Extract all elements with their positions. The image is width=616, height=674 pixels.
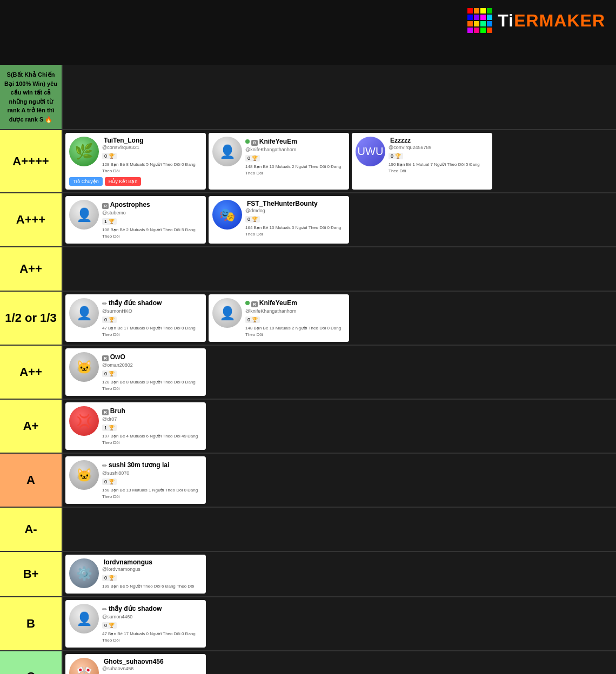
player-avatar: 👤 [212,137,242,166]
player-handle: @consVirque321 [102,145,202,150]
player-handle: @sushi8070 [102,470,202,476]
player-name: KnifeYeuEm [259,138,297,145]
online-dot [245,139,250,144]
player-badge: ✏ [102,604,107,614]
player-score: 0 🏆 [102,370,117,377]
tier-row-bp: B+⚙️lordvnamongus@lordvnamongus0 🏆199 Bạ… [0,551,616,597]
player-name: Bruh [110,407,125,415]
player-stats: 108 Bạn Bè 2 Mutuals 9 Người Theo Dõi 5 … [102,227,202,240]
logo-text: TiERMAKER [498,11,605,31]
player-name: Ezzzzz [390,137,411,144]
tier-label-am: A- [0,507,62,551]
player-badge: ✏ [102,460,107,470]
tier-row-am: A- [0,507,616,551]
player-avatar: 🌿 [69,137,99,166]
player-handle: @stubemo [102,210,202,215]
player-stats: 148 Bạn Bè 10 Mutuals 2 Người Theo Dõi 0… [245,325,345,338]
player-handle: @dmdog [245,208,345,213]
player-avatar: 💢 [69,406,99,436]
tier-content-bp: ⚙️lordvnamongus@lordvnamongus0 🏆199 Bạn … [62,551,616,597]
tier-content-s [62,65,616,130]
player-stats: 158 Bạn Bè 13 Mutuals 1 Người Theo Dõi 0… [102,487,202,500]
player-avatar: ⚙️ [69,558,99,588]
player-handle: @suhaovn456 [102,666,202,671]
player-stats: 164 Bạn Bè 10 Mutuals 0 Người Theo Dõi 0… [245,225,345,238]
player-handle: @knifeKhangathanhom [245,308,345,314]
player-score: 0 🏆 [245,316,260,323]
player-score: 0 🏆 [245,216,260,223]
player-handle: @knifeKhangathanhom [245,147,345,152]
player-avatar: 👤 [69,298,99,328]
player-handle: @conVirqu2456789 [389,145,488,150]
tier-row-app2: A++🐱ROwO@oman208020 🏆128 Bạn Bè 8 Mutual… [0,345,616,399]
player-name: Apostrophes [110,201,150,208]
player-avatar: 👤 [69,200,99,230]
player-handle: @dr07 [102,416,202,422]
player-card: 👤RKnifeYeuEm@knifeKhangathanhom0 🏆148 Bạ… [209,133,349,190]
tier-content-a: 🐱✏sushi 30m tương lai@sushi80700 🏆158 Bạ… [62,453,616,507]
player-name: Ghots_suhaovn456 [104,658,164,665]
player-stats: 190 Bạn Bè 1 Mutual 7 Người Theo Dõi 5 Đ… [389,161,488,174]
tier-label-s: S(Bất Khả Chiến Bại 100% Win) yêu cầu wi… [0,65,62,130]
player-score: 0 🏆 [245,155,260,161]
tier-row-a: A🐱✏sushi 30m tương lai@sushi80700 🏆158 B… [0,453,616,507]
player-stats: 128 Bạn Bè 8 Mutuals 3 Người Theo Dõi 0 … [102,379,202,392]
player-score: 1 🏆 [102,424,117,431]
tier-label-b: B [0,597,62,651]
player-name: TuiTen_Long [104,137,144,144]
tier-row-half: 1/2 or 1/3👤✏thầy đức shadow@sumonHKO0 🏆4… [0,291,616,345]
tier-row-c: C🎌Ghots_suhaovn456@suhaovn4560 🏆29 Bạn B… [0,651,616,674]
tier-content-app [62,247,616,291]
player-score: 0 🏆 [102,316,117,323]
player-handle: @oman20802 [102,362,202,368]
tier-row-ap: A+💢RBruh@dr071 🏆197 Bạn Bè 4 Mutuals 6 N… [0,399,616,453]
tier-table: S(Bất Khả Chiến Bại 100% Win) yêu cầu wi… [0,65,616,674]
tier-label-ap: A+ [0,399,62,453]
player-card: 🐱ROwO@oman208020 🏆128 Bạn Bè 8 Mutuals 3… [65,348,206,396]
player-card: 👤RApostrophes@stubemo1 🏆108 Bạn Bè 2 Mut… [65,196,206,244]
tier-label-app2: A++ [0,345,62,399]
logo-grid [467,8,492,33]
player-badge: R [102,406,109,416]
player-badge: ✏ [102,298,107,308]
player-name: lordvnamongus [104,558,152,566]
player-card: UWUEzzzzz@conVirqu24567890 🏆190 Bạn Bè 1… [352,133,492,190]
player-score: 1 🏆 [102,218,117,225]
tier-row-app: A++ [0,247,616,291]
tier-label-c: C [0,651,62,674]
player-avatar: 👤 [69,604,99,633]
tier-content-c: 🎌Ghots_suhaovn456@suhaovn4560 🏆29 Bạn Bè… [62,651,616,674]
player-stats: 128 Bạn Bè 8 Mutuals 5 Người Theo Dõi 0 … [102,161,202,174]
player-avatar: 🐱 [69,352,99,382]
unfriend-button[interactable]: Hủy Kết Bạn [105,177,142,186]
tier-row-appp: A+++👤RApostrophes@stubemo1 🏆108 Bạn Bè 2… [0,193,616,247]
online-dot [245,301,250,305]
player-avatar: 🎭 [212,200,242,230]
player-name: OwO [110,353,125,361]
player-card: 💢RBruh@dr071 🏆197 Bạn Bè 4 Mutuals 6 Ngư… [65,402,206,450]
player-score: 0 🏆 [389,153,403,159]
player-avatar: UWU [356,137,385,166]
tier-label-bp: B+ [0,551,62,597]
tier-label-half: 1/2 or 1/3 [0,291,62,345]
player-stats: 199 Bạn Bè 5 Người Theo Dõi 6 Đang Theo … [102,583,202,590]
tier-row-appppp: A++++🌿TuiTen_Long@consVirque3210 🏆128 Bạ… [0,130,616,193]
player-stats: 47 Bạn Bè 17 Mutuals 0 Người Theo Dõi 0 … [102,631,202,644]
player-badge: R [251,137,258,146]
player-score: 0 🏆 [102,478,117,485]
player-card: 🐱✏sushi 30m tương lai@sushi80700 🏆158 Bạ… [65,456,206,504]
player-score: 0 🏆 [102,622,117,629]
tier-label-appppp: A++++ [0,130,62,193]
tier-row-s: S(Bất Khả Chiến Bại 100% Win) yêu cầu wi… [0,65,616,130]
chat-button[interactable]: Trò Chuyện [69,177,103,186]
player-card: ⚙️lordvnamongus@lordvnamongus0 🏆199 Bạn … [65,555,206,594]
tiermaker-logo: TiERMAKER [467,8,605,33]
player-name: FST_TheHunterBounty [247,200,318,207]
player-name: sushi 30m tương lai [109,461,169,469]
player-name: KnifeYeuEm [259,299,297,307]
player-card: 👤✏thầy đức shadow@sumonHKO0 🏆47 Bạn Bè 1… [65,294,206,342]
tier-content-appppp: 🌿TuiTen_Long@consVirque3210 🏆128 Bạn Bè … [62,130,616,193]
player-badge: R [102,352,109,362]
player-avatar: 🐱 [69,460,99,490]
player-card: 👤RKnifeYeuEm@knifeKhangathanhom0 🏆148 Bạ… [209,294,349,342]
